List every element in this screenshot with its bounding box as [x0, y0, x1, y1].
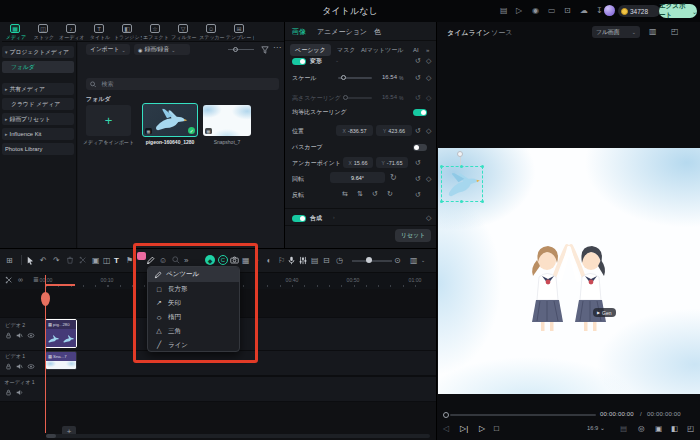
mute-icon[interactable] [16, 363, 23, 370]
rotate-ccw-icon[interactable]: ↺ [369, 188, 381, 199]
nav-template[interactable]: ⊞テンプレート [226, 22, 254, 41]
mute-icon[interactable] [16, 332, 23, 339]
keyframe-icon[interactable]: ◇ [426, 175, 431, 182]
chevron-down-icon[interactable]: ⌄ [421, 253, 425, 267]
path-curve-toggle[interactable] [413, 144, 427, 151]
timeline-zoom-knob[interactable] [366, 257, 372, 263]
resize-handle[interactable] [440, 165, 443, 168]
more-options-icon[interactable]: ⋯ [273, 43, 281, 52]
bookmark-icon[interactable]: ⚐ [278, 253, 285, 267]
clip-snapshot[interactable]: ▦Sna...7 [45, 351, 77, 370]
playhead-handle[interactable] [41, 292, 50, 306]
thumb-size-slider[interactable] [228, 49, 254, 50]
mask-icon[interactable]: ◖ [266, 253, 271, 267]
grid-icon[interactable]: ▤ [620, 424, 627, 433]
next-frame-button[interactable]: ▷| [460, 424, 468, 433]
export-button[interactable]: エクスポート ⌄ [659, 4, 697, 18]
menu-item-pen-tool[interactable]: ペンツール [148, 267, 239, 282]
reset-button[interactable]: リセット [395, 229, 431, 242]
eye-icon[interactable] [27, 363, 35, 370]
panel-divider[interactable] [436, 22, 437, 440]
rotation-input[interactable]: 9.64° [330, 172, 385, 183]
download-icon[interactable]: ↧ [596, 6, 603, 16]
lock-icon[interactable] [5, 363, 12, 370]
select-tool-icon[interactable] [26, 253, 34, 267]
resize-handle[interactable] [460, 200, 463, 203]
sticker-face-icon[interactable]: ☺ [159, 253, 167, 267]
rotation-handle[interactable] [457, 151, 463, 157]
chevron-icon[interactable]: › [333, 214, 335, 220]
play-button[interactable]: ▷ [479, 424, 485, 433]
text-tool-icon[interactable]: T [114, 253, 119, 267]
nav-title[interactable]: Tタイトル [86, 22, 114, 41]
flip-horizontal-icon[interactable]: ⇆ [339, 188, 351, 199]
nav-filter[interactable]: ▽フィルター [170, 22, 198, 41]
marker-flag-icon[interactable]: ⚑ [126, 253, 133, 267]
reset-icon[interactable]: ↺ [415, 57, 421, 64]
render-preview-icon[interactable]: ▤ [311, 253, 319, 267]
clip-pigeon[interactable]: ▦pig...280 [45, 319, 77, 348]
sidebar-item-photos-library[interactable]: Photos Library [2, 143, 74, 155]
keyframe-icon[interactable]: ◇ [426, 214, 431, 221]
timeline-scrollbar[interactable] [46, 434, 430, 438]
resize-handle[interactable] [481, 200, 484, 203]
tab-animation[interactable]: アニメーション [317, 27, 367, 37]
tab-timeline[interactable]: タイムライン [447, 28, 490, 38]
seek-knob[interactable] [443, 412, 449, 418]
keyframe-icon[interactable]: ◇ [426, 57, 431, 64]
keyframe-icon[interactable]: ◇ [426, 74, 431, 81]
record-icon[interactable]: ◉ [532, 6, 539, 16]
import-button[interactable]: インポート⌄ [86, 44, 130, 55]
nav-stock[interactable]: ◫ストック [30, 22, 58, 41]
media-search[interactable] [86, 78, 279, 90]
menu-item-triangle[interactable]: △三角 [148, 324, 239, 338]
save-icon[interactable]: ⊡ [564, 6, 571, 16]
sidebar-item-shared-media[interactable]: ▸共有メディア [2, 83, 74, 95]
share-icon[interactable]: ▷ [516, 6, 522, 16]
mic-icon[interactable] [288, 253, 295, 267]
clip-selection-box[interactable] [441, 166, 483, 202]
resize-handle[interactable] [440, 200, 443, 203]
timeline-zoom-slider[interactable] [352, 260, 392, 262]
seek-bar[interactable] [450, 414, 596, 416]
anchor-x-input[interactable]: X 15.66 [343, 157, 373, 168]
collapse-icon[interactable]: ⊟ [323, 253, 330, 267]
search-input[interactable] [99, 80, 275, 88]
nav-effect[interactable]: ☆エフェクト [142, 22, 170, 41]
reset-icon[interactable]: ↺ [415, 175, 421, 182]
aspect-ratio-select[interactable]: 16:9 ⌄ [587, 425, 605, 431]
menu-item-arrow[interactable]: ↗矢印 [148, 296, 239, 310]
subtab-ai-matte[interactable]: AIマットツール [361, 44, 403, 56]
camera-icon[interactable] [230, 253, 239, 267]
reset-icon[interactable]: ↺ [415, 74, 421, 81]
anchor-y-input[interactable]: Y -71.65 [376, 157, 408, 168]
link-icon[interactable]: ∞ [18, 276, 23, 283]
reset-icon[interactable]: ↺ [415, 159, 421, 166]
media-item-pigeon[interactable]: ▦ ✓ [142, 103, 198, 137]
subtab-ai[interactable]: AI [413, 44, 419, 56]
sidebar-item-cloud-media[interactable]: クラウド メディア [2, 98, 74, 110]
speaker-icon[interactable]: ◧ [671, 424, 678, 433]
avatar[interactable] [604, 5, 615, 16]
subtab-overflow-icon[interactable]: » [426, 44, 429, 56]
nav-media[interactable]: ▦メディア [2, 22, 30, 41]
rotate-cw-icon[interactable]: ↻ [384, 188, 396, 199]
expand-icon[interactable]: ◰ [671, 27, 679, 36]
position-x-input[interactable]: X -836.57 [336, 125, 373, 136]
keyframe-icon[interactable]: ◇ [426, 127, 431, 134]
nav-audio[interactable]: ♪オーディオ [58, 22, 86, 41]
display-icon[interactable]: ▭ [548, 6, 556, 16]
uniform-scale-toggle[interactable] [413, 109, 427, 116]
video-canvas[interactable]: ▶ Gen [438, 148, 700, 394]
undo-icon[interactable]: ↶ [40, 253, 47, 267]
filter-funnel-icon[interactable] [260, 45, 269, 54]
sidebar-item-record-presets[interactable]: ▸録画プリセット [2, 113, 74, 125]
shorten-clock-icon[interactable]: ◷ [336, 253, 343, 267]
record-button[interactable]: ◉ 録画/録音⌄ [134, 44, 190, 55]
rotate-dial-icon[interactable]: ↻ [390, 174, 397, 181]
media-item-snapshot[interactable]: ▦ [203, 105, 251, 136]
position-y-input[interactable]: Y 423.66 [376, 125, 412, 136]
speaker-icon[interactable] [16, 389, 23, 396]
prev-frame-button[interactable]: ◁ [443, 424, 449, 433]
menu-item-rectangle[interactable]: □長方形 [148, 282, 239, 296]
